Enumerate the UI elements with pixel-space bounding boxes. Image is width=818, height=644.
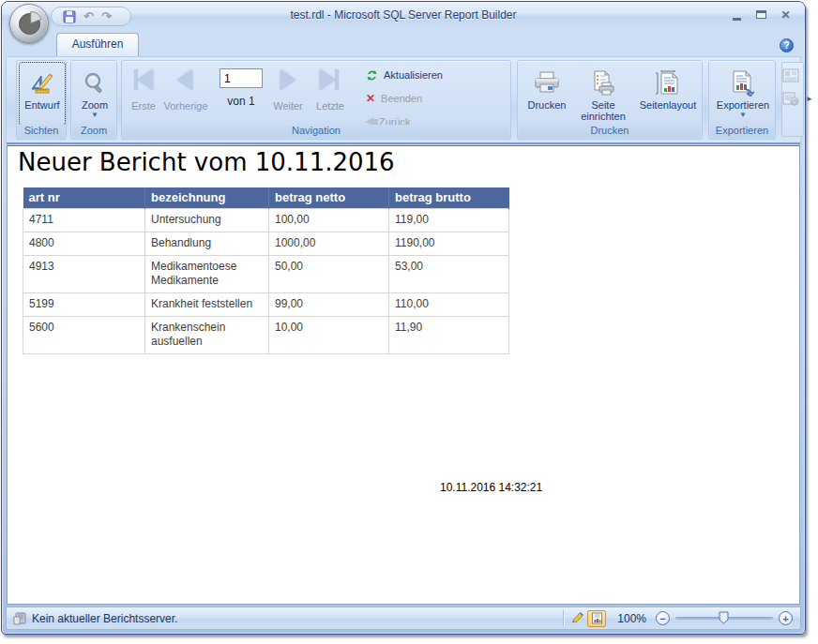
page-of-label: von 1 xyxy=(214,95,268,108)
column-header-bezeichnung: bezeichnung xyxy=(145,187,269,208)
cell-betrag-brutto: 119,00 xyxy=(389,208,509,232)
design-view-icon xyxy=(571,612,584,624)
report-title: Neuer Bericht vom 10.11.2016 xyxy=(18,148,395,176)
table-row: 4800 Behandlung 1000,00 1190,00 xyxy=(23,232,509,255)
dropdown-icon: ▼ xyxy=(739,112,747,119)
status-bar: Kein aktueller Berichtsserver. xyxy=(6,607,801,630)
table-row: 4913 Medikamentoese Medikamente 50,00 53… xyxy=(23,255,509,292)
cell-art-nr: 4711 xyxy=(23,208,145,232)
report-table: art nr bezeichnung betrag netto betrag b… xyxy=(23,187,509,354)
ribbon-tab-strip: Ausführen ? xyxy=(6,30,801,56)
run-view-icon xyxy=(591,612,603,624)
ribbon-group-zoom: Zoom ▼ Zoom xyxy=(70,60,117,140)
maximize-icon xyxy=(756,10,766,19)
group-label-navigation: Navigation xyxy=(123,125,509,138)
page-layout-icon xyxy=(654,67,682,99)
report-preview-area: Neuer Bericht vom 10.11.2016 art nr beze… xyxy=(7,145,800,605)
export-icon xyxy=(729,67,757,99)
ribbon: Entwurf Sichten Zoom ▼ Zoom xyxy=(6,56,801,144)
window-title: test.rdl - Microsoft SQL Server Report B… xyxy=(2,8,805,22)
minimize-button[interactable] xyxy=(729,7,745,22)
refresh-button[interactable]: Aktualisieren xyxy=(366,67,443,82)
cell-bezeichnung: Krankenschein ausfuellen xyxy=(145,316,269,353)
ribbon-group-exportieren: Exportieren ▼ Exportieren xyxy=(708,60,776,140)
minimize-icon xyxy=(733,18,741,21)
page-layout-label: Seitenlayout xyxy=(640,99,697,111)
print-button[interactable]: Drucken xyxy=(521,63,573,125)
cell-betrag-brutto: 110,00 xyxy=(389,292,509,316)
report-server-icon xyxy=(12,612,26,625)
table-header-row: art nr bezeichnung betrag netto betrag b… xyxy=(23,187,509,208)
page-setup-button[interactable]: Seite einrichten xyxy=(573,63,633,125)
zoom-button[interactable]: Zoom ▼ xyxy=(73,63,116,125)
design-view-toggle[interactable] xyxy=(568,610,587,627)
print-label: Drucken xyxy=(528,99,567,111)
entwurf-button[interactable]: Entwurf xyxy=(20,63,65,125)
cell-betrag-brutto: 53,00 xyxy=(389,255,509,292)
help-button[interactable]: ? xyxy=(780,38,794,52)
zoom-slider-track[interactable] xyxy=(675,617,773,620)
next-page-icon xyxy=(280,69,295,90)
page-layout-button[interactable]: Seitenlayout xyxy=(633,63,703,125)
office-button[interactable] xyxy=(9,4,49,43)
table-row: 5199 Krankheit feststellen 99,00 110,00 xyxy=(23,292,509,316)
cell-bezeichnung: Medikamentoese Medikamente xyxy=(145,255,269,292)
group-label-sichten: Sichten xyxy=(18,125,65,138)
tab-ausfuehren[interactable]: Ausführen xyxy=(56,33,139,56)
office-logo-icon xyxy=(17,11,42,37)
report-view-icon[interactable] xyxy=(782,68,799,82)
status-message: Kein aktueller Berichtsserver. xyxy=(32,612,177,625)
zoom-slider-thumb[interactable] xyxy=(719,611,729,624)
cell-art-nr: 4913 xyxy=(23,255,145,292)
export-button[interactable]: Exportieren ▼ xyxy=(712,63,774,125)
status-separator xyxy=(563,610,564,626)
cell-bezeichnung: Untersuchung xyxy=(145,208,269,232)
page-number-input[interactable] xyxy=(220,68,263,88)
last-page-button[interactable] xyxy=(315,67,343,93)
cell-art-nr: 5199 xyxy=(23,292,145,316)
report-timestamp: 10.11.2016 14:32:21 xyxy=(440,481,542,494)
ribbon-group-sichten: Entwurf Sichten xyxy=(16,60,67,140)
flyout-icon[interactable]: ► xyxy=(806,95,813,103)
next-page-button[interactable] xyxy=(274,67,302,93)
prev-page-button[interactable] xyxy=(171,67,199,93)
group-label-exportieren: Exportieren xyxy=(710,125,774,138)
prev-page-label: Vorherige xyxy=(158,100,214,112)
last-page-icon xyxy=(320,69,335,90)
first-page-button[interactable] xyxy=(129,67,158,93)
printer-icon xyxy=(534,67,560,99)
zoom-out-button[interactable]: − xyxy=(656,611,670,625)
page-setup-icon xyxy=(590,67,616,99)
zoom-level-label: 100% xyxy=(617,612,646,625)
page-setup-label: Seite einrichten xyxy=(573,99,633,122)
title-bar: ↶ ↷ test.rdl - Microsoft SQL Server Repo… xyxy=(2,2,805,30)
cell-bezeichnung: Krankheit feststellen xyxy=(145,292,269,316)
prev-page-icon xyxy=(177,69,192,90)
report-builder-window: ↶ ↷ test.rdl - Microsoft SQL Server Repo… xyxy=(1,1,806,635)
close-button[interactable]: ✕ xyxy=(778,7,794,22)
cell-betrag-brutto: 1190,00 xyxy=(389,232,509,255)
cell-betrag-netto: 100,00 xyxy=(269,208,389,232)
cell-art-nr: 4800 xyxy=(23,232,145,255)
cell-betrag-netto: 50,00 xyxy=(269,255,389,292)
stop-button[interactable]: ✕ Beenden xyxy=(366,91,422,106)
last-page-label: Letzte xyxy=(308,100,353,112)
stop-label: Beenden xyxy=(381,93,422,104)
dropdown-icon: ▼ xyxy=(91,112,98,119)
design-icon xyxy=(29,67,55,99)
ribbon-group-navigation: Erste Vorherige von 1 Weiter Letzte xyxy=(121,60,511,140)
zoom-label: Zoom xyxy=(82,99,108,111)
group-label-drucken: Drucken xyxy=(519,125,701,138)
svg-text:@: @ xyxy=(791,98,797,105)
zoom-in-button[interactable]: + xyxy=(779,611,793,625)
magnifier-icon xyxy=(83,67,107,99)
ribbon-overflow-panel: @ xyxy=(781,62,804,137)
email-report-icon[interactable]: @ xyxy=(782,92,799,106)
run-view-toggle[interactable] xyxy=(587,610,606,627)
cell-art-nr: 5600 xyxy=(23,316,145,353)
stop-icon: ✕ xyxy=(366,93,375,104)
column-header-betrag-brutto: betrag brutto xyxy=(389,187,509,208)
cell-betrag-netto: 99,00 xyxy=(269,292,389,316)
entwurf-label: Entwurf xyxy=(24,99,59,111)
maximize-button[interactable] xyxy=(753,7,769,22)
